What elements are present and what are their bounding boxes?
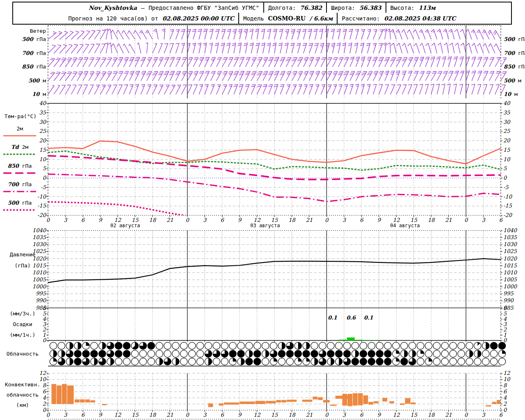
svg-text:20: 20 [503, 137, 511, 144]
svg-text:10 м: 10 м [32, 91, 46, 97]
svg-text:15: 15 [410, 412, 417, 418]
svg-text:0: 0 [43, 337, 47, 343]
svg-text:-15: -15 [37, 203, 46, 209]
svg-text:Конвективн.: Конвективн. [5, 381, 40, 388]
svg-text:1040: 1040 [32, 227, 47, 233]
svg-text:6: 6 [81, 412, 85, 418]
svg-text:5: 5 [43, 165, 46, 171]
svg-text:10: 10 [39, 156, 46, 162]
svg-text:1005: 1005 [32, 276, 46, 283]
svg-text:15: 15 [39, 147, 46, 153]
svg-text:9: 9 [377, 217, 381, 223]
svg-text:1035: 1035 [503, 234, 517, 240]
temperature-panel: -20-20-15-15-10-10-5-5005510101515202025… [3, 100, 513, 228]
svg-text:10: 10 [39, 376, 46, 382]
svg-text:12: 12 [503, 370, 510, 376]
svg-text:21: 21 [445, 412, 452, 418]
precipitation-panel: 001122334455660.10.60.1(мм/3ч.)Осадки(мм… [10, 305, 507, 343]
svg-text:12: 12 [39, 370, 46, 376]
svg-text:12: 12 [253, 412, 260, 418]
svg-text:(мм/1ч.): (мм/1ч.) [10, 332, 36, 338]
svg-text:облачность: облачность [7, 392, 39, 398]
svg-text:995: 995 [503, 290, 514, 297]
svg-text:Давление: Давление [10, 251, 36, 258]
svg-text:2м: 2м [16, 126, 23, 132]
svg-text:1010: 1010 [32, 269, 47, 276]
svg-text:18: 18 [428, 217, 435, 223]
svg-text:15: 15 [271, 412, 278, 418]
svg-text:6: 6 [499, 412, 503, 418]
svg-text:-20: -20 [37, 212, 47, 218]
svg-text:0.6: 0.6 [347, 315, 357, 321]
svg-text:0.1: 0.1 [328, 315, 337, 321]
svg-text:9: 9 [98, 217, 103, 223]
svg-text:2: 2 [503, 401, 507, 407]
svg-text:-5: -5 [41, 184, 46, 190]
svg-text:0: 0 [503, 337, 507, 343]
svg-text:0: 0 [325, 412, 329, 418]
svg-text:40: 40 [39, 100, 46, 106]
svg-text:9: 9 [377, 412, 381, 418]
svg-text:3: 3 [64, 217, 68, 223]
svg-text:-5: -5 [503, 184, 509, 190]
svg-text:0: 0 [186, 217, 190, 223]
svg-text:25: 25 [503, 128, 510, 134]
svg-text:10: 10 [503, 376, 511, 382]
svg-text:12: 12 [393, 217, 400, 223]
svg-text:0.1: 0.1 [364, 315, 373, 321]
svg-text:500 м: 500 м [504, 78, 521, 84]
svg-text:4: 4 [503, 316, 507, 322]
svg-text:35: 35 [39, 110, 46, 116]
svg-text:1015: 1015 [32, 262, 46, 269]
svg-text:6: 6 [43, 388, 47, 395]
svg-text:0: 0 [186, 412, 190, 418]
svg-text:3: 3 [482, 412, 486, 418]
svg-text:10: 10 [503, 156, 511, 162]
svg-text:8: 8 [503, 382, 507, 388]
svg-text:18: 18 [149, 412, 156, 418]
svg-text:30: 30 [39, 119, 46, 125]
svg-text:15: 15 [503, 147, 510, 153]
svg-text:1015: 1015 [503, 262, 517, 269]
svg-text:2: 2 [43, 401, 46, 407]
svg-text:4: 4 [43, 316, 46, 322]
svg-text:700 гПа: 700 гПа [22, 50, 46, 56]
svg-text:500 гПа: 500 гПа [22, 36, 46, 42]
svg-text:1020: 1020 [503, 256, 518, 262]
svg-text:3: 3 [482, 217, 486, 223]
svg-text:15: 15 [410, 217, 417, 223]
svg-text:21: 21 [167, 412, 173, 418]
svg-text:850 гПа: 850 гПа [8, 163, 32, 169]
svg-text:0: 0 [464, 412, 468, 418]
svg-text:5: 5 [503, 165, 507, 171]
svg-text:15: 15 [132, 217, 139, 223]
svg-text:3: 3 [503, 321, 507, 327]
svg-text:0: 0 [46, 412, 50, 418]
svg-text:3: 3 [43, 321, 47, 327]
svg-text:03 августа: 03 августа [250, 223, 280, 228]
svg-text:1000: 1000 [32, 283, 47, 290]
svg-text:15: 15 [271, 217, 278, 223]
svg-text:02 августа: 02 августа [110, 223, 140, 228]
svg-text:9: 9 [238, 217, 242, 223]
convective-panel: 002244668810101212Конвективн.облачность(… [5, 370, 511, 413]
svg-text:5: 5 [43, 310, 46, 317]
svg-text:12: 12 [393, 412, 400, 418]
svg-text:500 м: 500 м [28, 78, 46, 84]
svg-text:990: 990 [36, 297, 47, 304]
svg-text:40: 40 [503, 100, 511, 106]
svg-text:1005: 1005 [503, 276, 517, 283]
svg-text:(мм/3ч.): (мм/3ч.) [10, 310, 36, 317]
svg-text:2: 2 [43, 326, 46, 333]
svg-text:0: 0 [464, 217, 468, 223]
svg-text:35: 35 [503, 110, 510, 116]
svg-text:10 м: 10 м [504, 91, 518, 97]
svg-text:6: 6 [499, 217, 503, 223]
svg-text:Облачность: Облачность [7, 351, 39, 357]
svg-text:0: 0 [43, 175, 47, 181]
svg-text:850 гПа: 850 гПа [22, 64, 46, 70]
svg-text:18: 18 [428, 412, 435, 418]
svg-text:6: 6 [81, 217, 85, 223]
svg-text:21: 21 [306, 217, 313, 223]
svg-text:3: 3 [342, 412, 347, 418]
